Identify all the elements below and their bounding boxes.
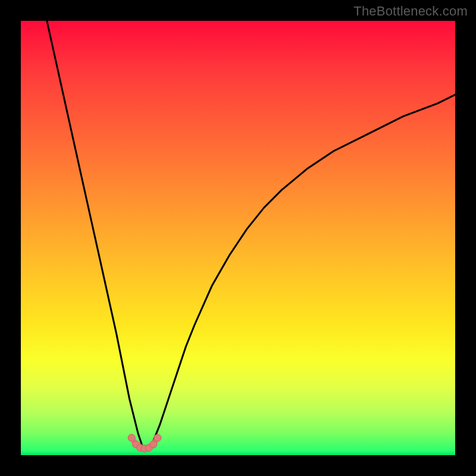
valley-marker-dot [128, 434, 135, 441]
plot-svg [21, 21, 455, 455]
valley-marker-dots [128, 434, 161, 452]
plot-area [21, 21, 455, 455]
curve-left-branch [47, 21, 143, 446]
valley-marker-dot [154, 434, 161, 441]
chart-frame: TheBottleneck.com [0, 0, 476, 476]
curve-right-branch [151, 95, 455, 446]
watermark-text: TheBottleneck.com [353, 4, 468, 19]
valley-marker-dot [150, 441, 157, 448]
